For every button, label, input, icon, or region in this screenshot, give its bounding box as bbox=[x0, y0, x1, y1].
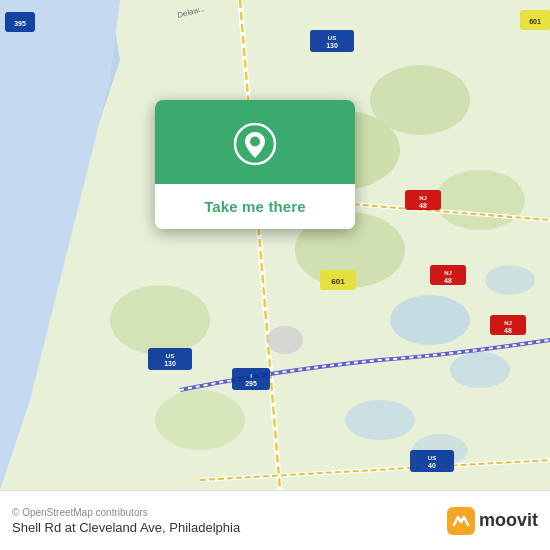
svg-text:US: US bbox=[428, 455, 436, 461]
bottom-bar: © OpenStreetMap contributors Shell Rd at… bbox=[0, 490, 550, 550]
svg-point-13 bbox=[155, 390, 245, 450]
moovit-logo-icon bbox=[447, 507, 475, 535]
svg-text:40: 40 bbox=[428, 462, 436, 469]
location-name: Shell Rd at Cleveland Ave, Philadelphia bbox=[12, 520, 240, 535]
location-pin-icon bbox=[233, 122, 277, 166]
svg-point-20 bbox=[267, 326, 303, 354]
map-container: US 130 US 130 NJ 48 NJ 48 NJ 48 601 601 … bbox=[0, 0, 550, 490]
svg-text:295: 295 bbox=[245, 380, 257, 387]
svg-text:48: 48 bbox=[504, 327, 512, 334]
svg-point-10 bbox=[435, 170, 525, 230]
svg-text:395: 395 bbox=[14, 20, 26, 27]
svg-text:US: US bbox=[166, 353, 174, 359]
svg-point-4 bbox=[450, 352, 510, 388]
svg-text:US: US bbox=[328, 35, 336, 41]
svg-text:601: 601 bbox=[331, 277, 345, 286]
popup-green-area bbox=[155, 100, 355, 184]
svg-point-9 bbox=[370, 65, 470, 135]
svg-text:48: 48 bbox=[419, 202, 427, 209]
svg-point-6 bbox=[345, 400, 415, 440]
svg-point-12 bbox=[110, 285, 210, 355]
popup-card: Take me there bbox=[155, 100, 355, 229]
map-background: US 130 US 130 NJ 48 NJ 48 NJ 48 601 601 … bbox=[0, 0, 550, 490]
svg-point-5 bbox=[485, 265, 535, 295]
copyright-text: © OpenStreetMap contributors bbox=[12, 507, 240, 518]
svg-text:130: 130 bbox=[164, 360, 176, 367]
svg-text:601: 601 bbox=[529, 18, 541, 25]
svg-text:NJ: NJ bbox=[444, 270, 452, 276]
svg-text:130: 130 bbox=[326, 42, 338, 49]
take-me-there-button[interactable]: Take me there bbox=[155, 184, 355, 229]
moovit-text: moovit bbox=[479, 510, 538, 531]
bottom-left: © OpenStreetMap contributors Shell Rd at… bbox=[12, 507, 240, 535]
svg-point-3 bbox=[390, 295, 470, 345]
svg-point-53 bbox=[250, 137, 260, 147]
svg-text:NJ: NJ bbox=[419, 195, 427, 201]
moovit-logo[interactable]: moovit bbox=[447, 507, 538, 535]
svg-text:48: 48 bbox=[444, 277, 452, 284]
svg-text:NJ: NJ bbox=[504, 320, 512, 326]
